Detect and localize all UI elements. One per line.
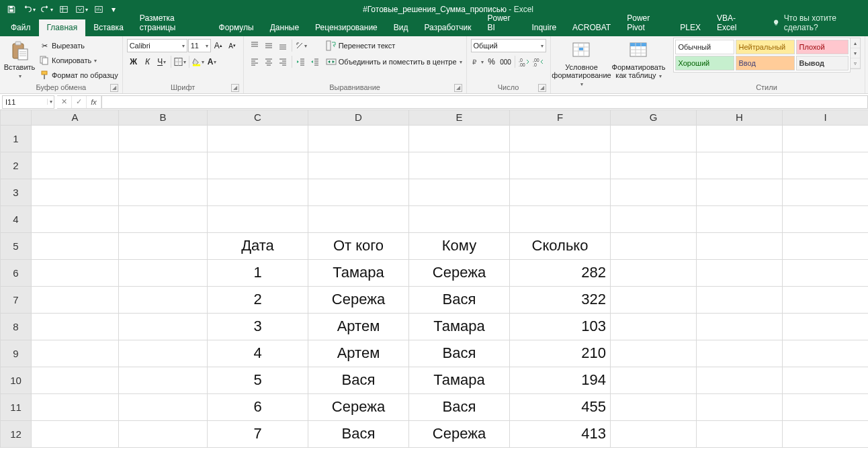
spreadsheet-grid[interactable]: A B C D E F G H I 1 2 3 4 5 Дата От кого… xyxy=(0,110,868,448)
cell[interactable]: 5 xyxy=(208,367,308,393)
cell[interactable]: Артем xyxy=(308,340,409,367)
copy-button[interactable]: Копировать▾ xyxy=(39,54,118,67)
tab-home[interactable]: Главная xyxy=(39,19,86,36)
save-icon[interactable] xyxy=(4,2,19,17)
style-neutral[interactable]: Нейтральный xyxy=(736,40,795,54)
qat-btn-6[interactable] xyxy=(91,2,106,17)
row-header[interactable]: 9 xyxy=(1,340,32,367)
merge-center-button[interactable]: Объединить и поместить в центре▾ xyxy=(326,55,462,68)
cell[interactable]: 7 xyxy=(208,420,308,447)
tab-acrobat[interactable]: ACROBAT xyxy=(564,19,619,36)
row-header[interactable]: 12 xyxy=(1,420,32,447)
col-header-A[interactable]: A xyxy=(32,110,119,125)
increase-font-icon[interactable]: A▴ xyxy=(212,39,225,52)
cell[interactable]: 1 xyxy=(208,259,308,286)
tab-inquire[interactable]: Inquire xyxy=(523,19,564,36)
increase-decimal-icon[interactable]: ,0,00 xyxy=(517,55,531,68)
row-header[interactable]: 11 xyxy=(1,393,32,420)
cell[interactable]: Тамара xyxy=(409,313,510,340)
font-name-select[interactable]: Calibri▾ xyxy=(127,39,187,52)
cell[interactable]: Сережа xyxy=(308,393,409,420)
col-header-E[interactable]: E xyxy=(409,110,510,125)
tab-formulas[interactable]: Формулы xyxy=(211,19,262,36)
cell[interactable]: Вася xyxy=(409,393,510,420)
dialog-launcher-icon[interactable]: ◢ xyxy=(454,84,462,92)
tab-developer[interactable]: Разработчик xyxy=(416,19,479,36)
cell[interactable]: 3 xyxy=(208,313,308,340)
fill-color-button[interactable]: ▾ xyxy=(191,55,205,68)
cell[interactable]: Сережа xyxy=(409,420,510,447)
row-header[interactable]: 7 xyxy=(1,286,32,313)
paste-button[interactable]: Вставить▾ xyxy=(4,38,35,81)
tab-data[interactable]: Данные xyxy=(262,19,307,36)
row-header[interactable]: 8 xyxy=(1,313,32,340)
comma-format-icon[interactable]: 000 xyxy=(499,55,513,68)
row-header[interactable]: 5 xyxy=(1,232,32,259)
tell-me-search[interactable]: Что вы хотите сделать? xyxy=(765,10,868,36)
undo-icon[interactable]: ▾ xyxy=(21,2,36,17)
cell[interactable]: 413 xyxy=(510,420,611,447)
cell[interactable]: 103 xyxy=(510,313,611,340)
col-header-H[interactable]: H xyxy=(697,110,783,125)
borders-button[interactable]: ▾ xyxy=(173,55,187,68)
bold-button[interactable]: Ж xyxy=(127,55,140,68)
style-normal[interactable]: Обычный xyxy=(675,40,734,54)
cell[interactable]: Тамара xyxy=(308,259,409,286)
tab-page-layout[interactable]: Разметка страницы xyxy=(132,10,211,36)
row-header[interactable]: 2 xyxy=(1,152,32,179)
align-bottom-icon[interactable] xyxy=(276,39,290,52)
col-header-D[interactable]: D xyxy=(308,110,409,125)
tab-review[interactable]: Рецензирование xyxy=(307,19,386,36)
cut-button[interactable]: ✂Вырезать xyxy=(39,39,118,52)
cell[interactable]: Сережа xyxy=(308,286,409,313)
cell[interactable]: 4 xyxy=(208,340,308,367)
tab-insert[interactable]: Вставка xyxy=(85,19,132,36)
col-header-I[interactable]: I xyxy=(783,110,869,125)
style-bad[interactable]: Плохой xyxy=(796,40,849,54)
italic-button[interactable]: К xyxy=(141,55,155,68)
qat-btn-5[interactable]: ▾ xyxy=(74,2,89,17)
dialog-launcher-icon[interactable]: ◢ xyxy=(538,84,546,92)
cell[interactable]: 210 xyxy=(510,340,611,367)
cancel-icon[interactable]: ✕ xyxy=(57,96,72,108)
row-header[interactable]: 3 xyxy=(1,179,32,205)
select-all-corner[interactable] xyxy=(1,110,32,125)
tab-vbaexcel[interactable]: VBA-Excel xyxy=(709,10,758,36)
cell[interactable]: Вася xyxy=(409,286,510,313)
cell[interactable]: От кого xyxy=(308,232,409,259)
formula-input[interactable] xyxy=(102,95,868,109)
row-header[interactable]: 10 xyxy=(1,367,32,393)
tab-powerpivot[interactable]: Power Pivot xyxy=(619,10,672,36)
style-good[interactable]: Хороший xyxy=(675,56,734,70)
style-input[interactable]: Ввод xyxy=(736,56,795,70)
cell[interactable]: Тамара xyxy=(409,367,510,393)
percent-format-icon[interactable]: % xyxy=(485,55,498,68)
cell[interactable]: Вася xyxy=(308,367,409,393)
gallery-scroll[interactable]: ▴▾▿ xyxy=(851,38,861,69)
align-middle-icon[interactable] xyxy=(262,39,275,52)
cell[interactable]: Вася xyxy=(409,340,510,367)
dialog-launcher-icon[interactable]: ◢ xyxy=(110,84,118,92)
align-right-icon[interactable] xyxy=(276,55,290,68)
decrease-font-icon[interactable]: A▾ xyxy=(226,39,239,52)
tab-view[interactable]: Вид xyxy=(386,19,417,36)
style-output[interactable]: Вывод xyxy=(796,56,849,70)
accounting-format-icon[interactable]: ₽▾ xyxy=(471,55,484,68)
conditional-formatting-button[interactable]: Условноеформатирование ▾ xyxy=(555,38,609,89)
format-as-table-button[interactable]: Форматироватькак таблицу ▾ xyxy=(613,38,665,81)
decrease-indent-icon[interactable] xyxy=(294,55,308,68)
col-header-G[interactable]: G xyxy=(611,110,697,125)
font-size-select[interactable]: 11▾ xyxy=(188,39,211,52)
name-box[interactable]: I11▾ xyxy=(2,95,54,109)
row-header[interactable]: 6 xyxy=(1,259,32,286)
cell-styles-gallery[interactable]: Обычный Нейтральный Плохой Хороший Ввод … xyxy=(673,38,851,73)
tab-powerbi[interactable]: Power BI xyxy=(479,10,523,36)
underline-button[interactable]: Ч▾ xyxy=(155,55,169,68)
enter-icon[interactable]: ✓ xyxy=(72,96,87,108)
decrease-decimal-icon[interactable]: ,00,0 xyxy=(531,55,545,68)
col-header-B[interactable]: B xyxy=(119,110,208,125)
row-header[interactable]: 4 xyxy=(1,205,32,232)
cell[interactable]: 322 xyxy=(510,286,611,313)
cell[interactable]: 194 xyxy=(510,367,611,393)
number-format-select[interactable]: Общий▾ xyxy=(471,39,546,52)
